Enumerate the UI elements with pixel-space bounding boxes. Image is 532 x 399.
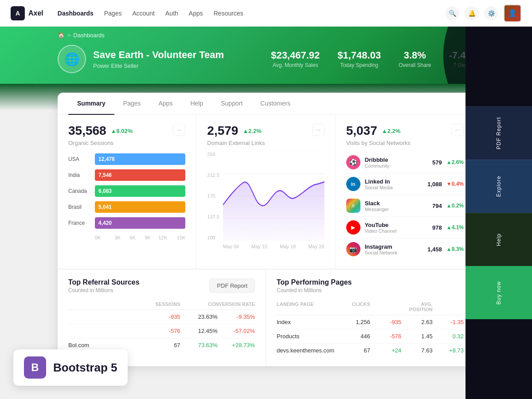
linkedin-change: ▼0.4% xyxy=(446,181,464,187)
table-row: devs.keenthemes.com 67 +24 7.63 +8.73 xyxy=(277,344,464,357)
social-visits-change: ▲2.2% xyxy=(382,128,401,134)
instagram-name: Instagram xyxy=(365,243,423,250)
side-button-buy[interactable]: Buy now xyxy=(466,266,532,319)
tab-pages[interactable]: Pages xyxy=(114,93,150,115)
referral-subtitle: Counted in Millions xyxy=(68,287,140,293)
breadcrumb-current: Dashboards xyxy=(74,32,105,39)
youtube-count: 978 xyxy=(432,224,442,231)
stat-monthly-sales: $23,467.92 Avg. Monthly Sales xyxy=(271,50,320,68)
breadcrumb-separator: > xyxy=(67,32,71,39)
organic-sessions-change: ▲8.02% xyxy=(111,128,133,134)
tabs-bar: Summary Pages Apps Help Support Customer… xyxy=(58,93,474,115)
referral-table: SESSIONS CONVERSION RATE -935 23.63% -9.… xyxy=(68,299,255,352)
social-item-instagram: 📷 Instagram Social Network 1,458 ▲8.3% xyxy=(346,239,464,260)
search-button[interactable]: 🔍 xyxy=(445,6,459,20)
youtube-type: Video Channel xyxy=(365,228,428,234)
stat-overall-share-label: Overall Share xyxy=(399,62,431,68)
bar-chart: USA 12,478 India 7,546 Canad xyxy=(68,153,185,240)
instagram-icon: 📷 xyxy=(346,242,360,256)
referral-title: Top Referral Sources xyxy=(68,278,140,286)
top-pages-subtitle: Counted in Millions xyxy=(277,287,352,293)
social-list: ⚽ Dribbble Community 579 ▲2.6% in xyxy=(346,152,464,260)
nav-link-resources[interactable]: Resources xyxy=(214,10,243,17)
table-row: Index 1,256 -935 2.63 -1.35 xyxy=(277,315,464,329)
stats-row: 35,568 ▲8.02% ··· Organic Sessions USA 1… xyxy=(58,115,474,269)
nav-link-pages[interactable]: Pages xyxy=(104,10,122,17)
side-button-explore[interactable]: Explore xyxy=(466,160,532,213)
social-item-youtube: ▶ YouTube Video Channel 978 ▲4.1% xyxy=(346,217,464,239)
slack-icon: # xyxy=(346,199,360,213)
settings-button[interactable]: ⚙️ xyxy=(484,6,498,20)
stat-today-spending-label: Today Spending xyxy=(337,62,381,68)
navbar-right: 🔍 🔔 ⚙️ 👤 xyxy=(445,4,521,22)
nav-link-auth[interactable]: Auth xyxy=(165,10,178,17)
navbar-brand[interactable]: A Axel xyxy=(11,6,43,20)
dark-right-panel: PDF Report Explore Help Buy now xyxy=(466,27,532,399)
tab-help[interactable]: Help xyxy=(181,93,212,115)
dribbble-name: Dribbble xyxy=(365,156,428,163)
nav-link-account[interactable]: Account xyxy=(132,10,155,17)
dribbble-type: Community xyxy=(365,163,428,168)
slack-type: Messanger xyxy=(365,207,428,212)
linkedin-type: Social Media xyxy=(365,185,423,190)
tab-customers[interactable]: Customers xyxy=(251,93,299,115)
brand-name: Axel xyxy=(28,9,43,17)
stat-monthly-sales-label: Avg. Monthly Sales xyxy=(271,62,320,68)
social-item-slack: # Slack Messanger 794 ▲0.2% xyxy=(346,195,464,217)
youtube-name: YouTube xyxy=(365,222,428,228)
navbar: A Axel Dashboards Pages Account Auth App… xyxy=(0,0,532,27)
table-row: Products 446 -576 1.45 0.32 xyxy=(277,329,464,344)
instagram-change: ▲8.3% xyxy=(446,246,464,252)
nav-link-dashboards[interactable]: Dashboards xyxy=(58,10,94,17)
dribbble-count: 579 xyxy=(432,159,442,166)
organic-sessions-label: Organic Sessions xyxy=(68,140,185,146)
main-card: Summary Pages Apps Help Support Customer… xyxy=(58,93,474,366)
bar-row-france: France 4,420 xyxy=(68,217,185,229)
hero-logo: 🌐 xyxy=(58,45,86,73)
stat-overall-share: 3.8% Overall Share xyxy=(399,50,431,68)
bar-row-canada: Canada 6,083 xyxy=(68,185,185,197)
slack-count: 794 xyxy=(432,203,442,209)
social-visits-value: 5,037 xyxy=(346,124,377,138)
side-button-help[interactable]: Help xyxy=(466,213,532,266)
notifications-button[interactable]: 🔔 xyxy=(465,6,479,20)
brand-icon: A xyxy=(11,6,25,20)
bootstrap-badge: B Bootstrap 5 xyxy=(13,349,128,386)
instagram-type: Social Network xyxy=(365,250,423,255)
slack-change: ▲0.2% xyxy=(446,203,464,209)
top-pages-table: LANDING PAGE CLICKS AVG. POSITION Index … xyxy=(277,299,464,357)
line-chart-svg xyxy=(223,152,325,240)
tab-support[interactable]: Support xyxy=(212,93,251,115)
domain-links-value: 2,579 xyxy=(207,124,238,138)
line-chart-container: 250 212.5 175 137.5 100 xyxy=(207,152,324,249)
hero-logo-icon: 🌐 xyxy=(64,52,80,66)
breadcrumb: 🏠 > Dashboards xyxy=(58,32,474,39)
side-button-pdf-report[interactable]: PDF Report xyxy=(466,106,532,160)
dribbble-icon: ⚽ xyxy=(346,155,360,169)
domain-links-more[interactable]: ··· xyxy=(312,124,325,136)
hero-section: 🏠 > Dashboards 🌐 Save Earth - Volunteer … xyxy=(0,27,532,84)
tab-apps[interactable]: Apps xyxy=(150,93,182,115)
stat-overall-share-value: 3.8% xyxy=(399,50,431,61)
home-icon[interactable]: 🏠 xyxy=(58,32,65,39)
stat-today-spending: $1,748.03 Today Spending xyxy=(337,50,381,68)
stat-today-spending-value: $1,748.03 xyxy=(337,50,381,61)
bar-row-brasil: Brasil 5,041 xyxy=(68,201,185,213)
table-row: -935 23.63% -9.35% xyxy=(68,310,255,324)
top-pages-title: Top Performing Pages xyxy=(277,278,352,286)
referral-pdf-button[interactable]: PDF Report xyxy=(209,278,255,293)
organic-sessions-more[interactable]: ··· xyxy=(173,124,185,136)
bootstrap-name: Bootstrap 5 xyxy=(53,361,117,375)
social-visits-more[interactable]: ··· xyxy=(451,124,464,136)
linkedin-name: Linked In xyxy=(365,178,423,185)
linkedin-icon: in xyxy=(346,177,360,191)
user-avatar[interactable]: 👤 xyxy=(504,4,521,22)
social-visits-panel: 5,037 ▲2.2% ··· Visits by Social Network… xyxy=(336,115,474,269)
linkedin-count: 1,088 xyxy=(427,181,442,188)
organic-sessions-value: 35,568 xyxy=(68,124,106,138)
tab-summary[interactable]: Summary xyxy=(68,93,114,115)
dribbble-change: ▲2.6% xyxy=(446,159,464,165)
domain-links-label: Domain External Links xyxy=(207,140,324,146)
nav-link-apps[interactable]: Apps xyxy=(189,10,203,17)
hero-title: Save Earth - Volunteer Team xyxy=(93,49,224,61)
